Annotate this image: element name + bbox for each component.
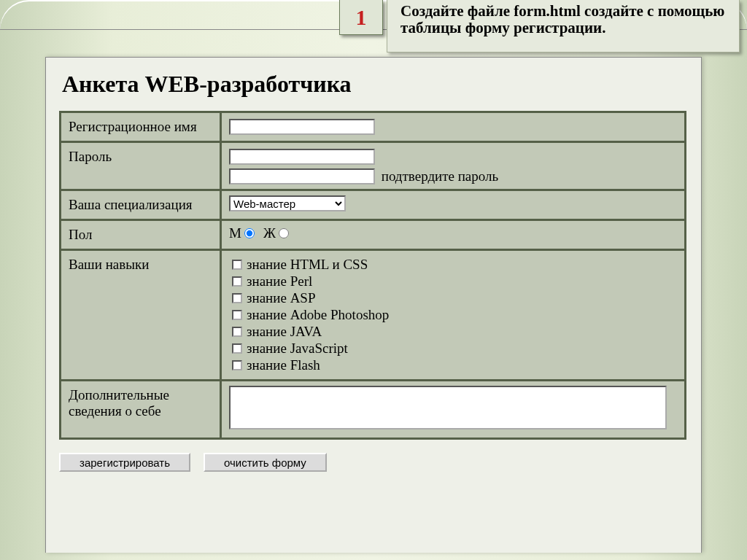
row-skills: Ваши навыки знание HTML и CSS знание Per… <box>61 250 686 381</box>
label-confirm-password: подтвердите пароль <box>382 168 498 184</box>
gender-m-radio[interactable] <box>244 228 255 238</box>
skill-item: знание ASP <box>229 290 677 306</box>
skill-checkbox[interactable] <box>232 360 242 370</box>
gender-m-label: М <box>229 225 241 241</box>
skill-item: знание JAVA <box>229 324 677 340</box>
gender-f-radio[interactable] <box>279 228 289 238</box>
row-password: Пароль подтвердите пароль <box>61 142 686 190</box>
password-input[interactable] <box>229 149 375 165</box>
row-specialization: Ваша специализация Web-мастер <box>61 190 686 220</box>
task-number-box: 1 <box>339 0 383 35</box>
label-additional: Дополнительные сведения о себе <box>61 381 221 439</box>
label-skills: Ваши навыки <box>61 250 221 381</box>
label-password: Пароль <box>61 142 221 190</box>
gender-f-label: Ж <box>263 225 276 241</box>
task-description: Создайте файле form.html создайте с помо… <box>387 0 740 52</box>
label-registration-name: Регистрационное имя <box>61 112 221 142</box>
skill-checkbox[interactable] <box>232 293 242 303</box>
additional-textarea[interactable] <box>229 386 667 429</box>
skill-item: знание JavaScript <box>229 341 677 357</box>
skill-checkbox[interactable] <box>232 310 242 320</box>
skill-item: знание Perl <box>229 273 677 289</box>
label-specialization: Ваша специализация <box>61 190 221 220</box>
register-button[interactable]: зарегистрировать <box>59 453 190 472</box>
skill-checkbox[interactable] <box>232 260 242 270</box>
row-additional: Дополнительные сведения о себе <box>61 381 686 439</box>
skill-item: знание Adobe Photoshop <box>229 307 677 323</box>
row-registration-name: Регистрационное имя <box>61 112 686 142</box>
skills-list: знание HTML и CSS знание Perl знание ASP… <box>229 255 677 375</box>
skill-checkbox[interactable] <box>232 276 242 287</box>
skill-item: знание HTML и CSS <box>229 257 677 273</box>
form-title: Анкета WEB-разработчика <box>62 71 701 98</box>
registration-name-input[interactable] <box>229 119 375 135</box>
task-number: 1 <box>356 5 367 30</box>
skill-checkbox[interactable] <box>232 343 242 354</box>
label-gender: Пол <box>61 220 221 250</box>
skill-checkbox[interactable] <box>232 327 242 337</box>
skill-item: знание Flash <box>229 357 677 373</box>
password-confirm-input[interactable] <box>229 168 375 184</box>
clear-button[interactable]: очистить форму <box>204 453 327 472</box>
form-table: Регистрационное имя Пароль подтвердите п… <box>59 111 686 440</box>
row-gender: Пол М Ж <box>61 220 686 250</box>
form-panel: Анкета WEB-разработчика Регистрационное … <box>45 57 702 553</box>
specialization-select[interactable]: Web-мастер <box>229 195 346 211</box>
